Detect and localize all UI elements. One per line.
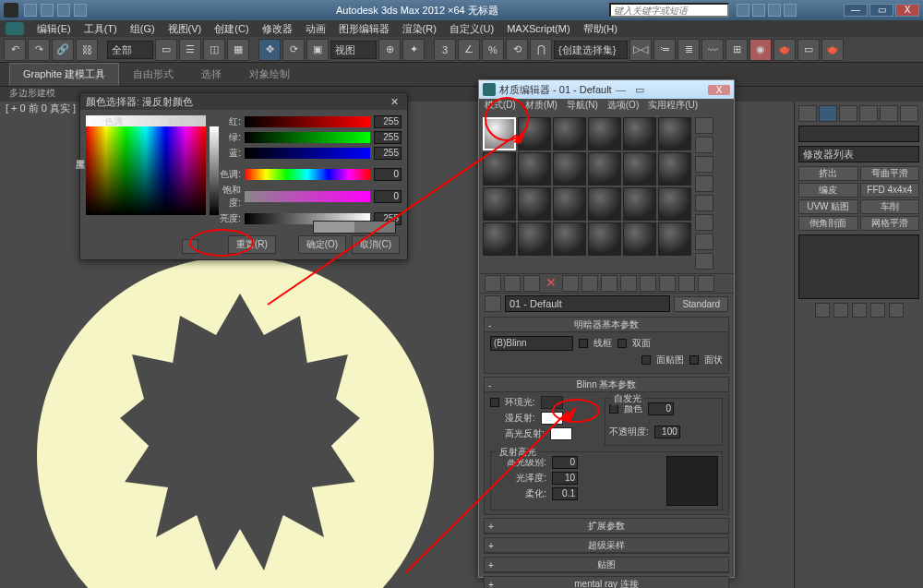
sample-slot-13[interactable] bbox=[483, 187, 516, 221]
menu-customize[interactable]: 自定义(U) bbox=[450, 22, 494, 36]
faceted-checkbox[interactable] bbox=[689, 355, 699, 365]
slider-red[interactable] bbox=[245, 116, 370, 127]
info-binoculars-icon[interactable] bbox=[768, 4, 781, 17]
stack-config-icon[interactable] bbox=[889, 303, 904, 318]
mod-btn-bevelprofile[interactable]: 倒角剖面 bbox=[798, 216, 858, 231]
spinner-blue[interactable]: 255 bbox=[374, 147, 402, 160]
color-picker-titlebar[interactable]: 颜色选择器: 漫反射颜色 ✕ bbox=[80, 93, 407, 110]
specular-swatch[interactable] bbox=[550, 427, 572, 440]
spinner-green[interactable]: 255 bbox=[374, 131, 402, 144]
selfillum-color-checkbox[interactable] bbox=[609, 404, 618, 414]
sample-uv-icon[interactable] bbox=[695, 175, 713, 192]
opacity-spinner[interactable]: 100 bbox=[654, 426, 680, 438]
rollout-shader-title[interactable]: 明暗器基本参数 bbox=[574, 319, 639, 330]
schematic-view-icon[interactable]: ⊞ bbox=[725, 39, 748, 61]
ribbon-tab-freeform[interactable]: 自由形式 bbox=[119, 63, 187, 86]
diffuse-swatch[interactable] bbox=[541, 412, 563, 425]
render-setup-icon[interactable]: 🫖 bbox=[773, 39, 796, 61]
spinner-snap-icon[interactable]: ⟲ bbox=[506, 39, 528, 61]
sample-slot-23[interactable] bbox=[623, 222, 656, 256]
slider-hue[interactable] bbox=[245, 169, 370, 180]
matmenu-material[interactable]: 材质(M) bbox=[525, 99, 557, 114]
assign-material-icon[interactable] bbox=[523, 275, 540, 292]
stack-unique-icon[interactable] bbox=[852, 303, 867, 318]
facemap-checkbox[interactable] bbox=[641, 355, 651, 365]
scale-icon[interactable]: ▣ bbox=[306, 39, 329, 61]
sample-slot-17[interactable] bbox=[623, 187, 656, 221]
wire-checkbox[interactable] bbox=[579, 339, 588, 348]
menu-animation[interactable]: 动画 bbox=[306, 22, 326, 36]
menu-create[interactable]: 创建(C) bbox=[214, 22, 248, 36]
mod-btn-meshsmooth[interactable]: 弯曲平滑 bbox=[860, 166, 920, 181]
sample-slot-6[interactable] bbox=[658, 117, 691, 150]
select-name-icon[interactable]: ☰ bbox=[179, 39, 201, 61]
menu-edit[interactable]: 编辑(E) bbox=[37, 22, 71, 36]
slider-blue[interactable] bbox=[245, 148, 370, 159]
cmd-tab-modify-icon[interactable] bbox=[819, 105, 837, 122]
sample-slot-5[interactable] bbox=[623, 117, 656, 150]
rollout-maps[interactable]: +贴图 bbox=[485, 558, 728, 572]
ambient-lock-icon[interactable] bbox=[490, 398, 499, 407]
align-icon[interactable]: ≔ bbox=[653, 39, 676, 61]
sample-slot-11[interactable] bbox=[623, 152, 656, 186]
menu-maxscript[interactable]: MAXScript(M) bbox=[507, 23, 569, 34]
sample-slot-9[interactable] bbox=[553, 152, 586, 186]
info-key-icon[interactable] bbox=[752, 4, 765, 17]
menu-group[interactable]: 组(G) bbox=[130, 22, 155, 36]
show-map-icon[interactable] bbox=[640, 275, 656, 292]
sample-slot-21[interactable] bbox=[553, 222, 586, 256]
modifier-stack[interactable] bbox=[798, 234, 919, 299]
matmenu-utilities[interactable]: 实用程序(U) bbox=[648, 99, 698, 114]
sample-slot-2[interactable] bbox=[518, 117, 551, 150]
gloss-spinner[interactable]: 10 bbox=[552, 472, 578, 485]
make-copy-icon[interactable] bbox=[562, 275, 579, 292]
app-menu-icon[interactable] bbox=[6, 22, 24, 35]
cmd-tab-display-icon[interactable] bbox=[880, 105, 898, 122]
cmd-tab-utilities-icon[interactable] bbox=[900, 105, 918, 122]
slider-sat[interactable] bbox=[245, 191, 370, 202]
reset-map-icon[interactable]: ✕ bbox=[543, 275, 559, 292]
speclevel-spinner[interactable]: 0 bbox=[552, 456, 578, 469]
selfillum-spinner[interactable]: 0 bbox=[648, 402, 674, 415]
maximize-button[interactable]: ▭ bbox=[869, 4, 893, 17]
select-icon[interactable]: ▭ bbox=[155, 39, 177, 61]
menu-tools[interactable]: 工具(T) bbox=[84, 22, 117, 36]
select-by-material-icon[interactable] bbox=[695, 253, 713, 270]
menu-modifiers[interactable]: 修改器 bbox=[262, 22, 293, 36]
mateditor-close-button[interactable]: X bbox=[708, 85, 730, 95]
mateditor-titlebar[interactable]: 材质编辑器 - 01 - Default — ▭ X bbox=[479, 80, 734, 99]
redo-icon[interactable]: ↷ bbox=[28, 39, 50, 61]
video-check-icon[interactable] bbox=[695, 195, 713, 211]
render-icon[interactable]: 🫖 bbox=[821, 39, 844, 61]
color-picker-close-button[interactable]: ✕ bbox=[387, 96, 402, 108]
percent-snap-icon[interactable]: % bbox=[482, 39, 504, 61]
pivot-icon[interactable]: ⊕ bbox=[378, 39, 401, 61]
material-name-field[interactable]: 01 - Default bbox=[505, 295, 670, 312]
options-icon[interactable] bbox=[695, 234, 713, 250]
ok-button[interactable]: 确定(O) bbox=[298, 235, 346, 254]
mateditor-minimize-button[interactable]: — bbox=[612, 84, 630, 95]
backlight-icon[interactable] bbox=[695, 137, 713, 153]
show-end-result-icon[interactable] bbox=[659, 275, 676, 292]
ambient-swatch[interactable] bbox=[541, 396, 563, 409]
spinner-hue[interactable]: 0 bbox=[374, 168, 402, 181]
sample-slot-18[interactable] bbox=[658, 187, 691, 221]
mod-btn-uvw[interactable]: UVW 贴图 bbox=[798, 199, 858, 214]
material-type-button[interactable]: Standard bbox=[674, 296, 728, 312]
ribbon-tab-graphite[interactable]: Graphite 建模工具 bbox=[9, 63, 119, 86]
modifier-list[interactable]: 修改器列表 bbox=[798, 146, 919, 162]
sample-type-icon[interactable] bbox=[695, 117, 713, 134]
sample-slot-7[interactable] bbox=[483, 152, 516, 186]
manipulate-icon[interactable]: ✦ bbox=[402, 39, 425, 61]
cmd-tab-motion-icon[interactable] bbox=[859, 105, 878, 122]
link-icon[interactable]: 🔗 bbox=[52, 39, 74, 61]
sample-slot-16[interactable] bbox=[588, 187, 621, 221]
close-button[interactable]: X bbox=[895, 4, 919, 17]
rotate-icon[interactable]: ⟳ bbox=[282, 39, 305, 61]
spinner-sat[interactable]: 0 bbox=[374, 190, 402, 203]
window-crossing-icon[interactable]: ▦ bbox=[227, 39, 249, 61]
sample-slot-4[interactable] bbox=[588, 117, 621, 150]
sample-slot-10[interactable] bbox=[588, 152, 621, 186]
sample-slot-15[interactable] bbox=[553, 187, 586, 221]
stack-remove-icon[interactable] bbox=[870, 303, 885, 318]
